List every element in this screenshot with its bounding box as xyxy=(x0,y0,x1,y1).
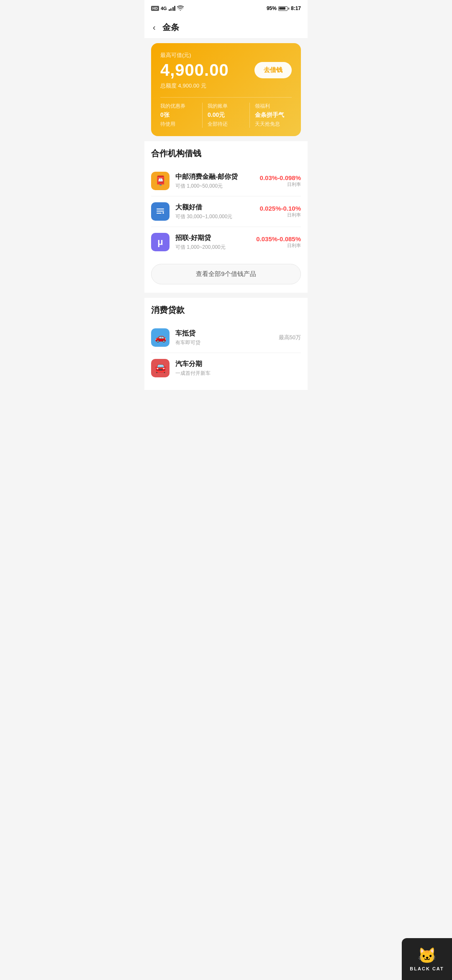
card-subtitle: 最高可借(元) xyxy=(160,52,292,59)
consumer-icon-1: 🚘 xyxy=(151,359,170,377)
consumer-item-1[interactable]: 🚘 汽车分期 一成首付开新车 xyxy=(151,353,301,383)
svg-rect-1 xyxy=(157,211,164,211)
loan-info-0: 中邮消费金融-邮你贷 可借 1,000~50,000元 xyxy=(175,173,260,190)
coupon-value: 0张 xyxy=(160,111,197,119)
consumer-name-0: 车抵贷 xyxy=(175,329,279,338)
hd-badge: HD xyxy=(151,6,159,11)
coupon-sub: 待使用 xyxy=(160,121,197,128)
loan-icon-2: μ xyxy=(151,233,170,251)
bill-value: 0.00元 xyxy=(208,111,244,119)
loan-rate-value-1: 0.025%-0.10% xyxy=(260,205,301,212)
loan-rate-2: 0.035%-0.085% 日利率 xyxy=(256,235,301,249)
loan-rate-label-1: 日利率 xyxy=(260,212,301,218)
loan-rate-value-0: 0.03%-0.098% xyxy=(260,174,301,181)
card-menu-coupon[interactable]: 我的优惠券 0张 待使用 xyxy=(160,103,203,128)
status-right: 95% 8:17 xyxy=(267,5,301,11)
battery-icon xyxy=(278,6,289,11)
loan-item-2[interactable]: μ 招联-好期贷 可借 1,000~200,000元 0.035%-0.085%… xyxy=(151,227,301,257)
battery-percent: 95% xyxy=(267,5,277,11)
consumer-desc-0: 有车即可贷 xyxy=(175,339,279,346)
loan-desc-1: 可借 30,000~1,000,000元 xyxy=(175,213,260,220)
consumer-title: 消费贷款 xyxy=(151,304,301,316)
cooperation-section: 合作机构借钱 📮 中邮消费金融-邮你贷 可借 1,000~50,000元 0.0… xyxy=(144,141,308,293)
card-divider xyxy=(160,97,292,98)
consumer-desc-1: 一成首付开新车 xyxy=(175,370,301,377)
wifi-icon xyxy=(177,5,184,11)
loan-rate-label-2: 日利率 xyxy=(256,242,301,249)
loan-item-1[interactable]: 大额好借 可借 30,000~1,000,000元 0.025%-0.10% 日… xyxy=(151,196,301,227)
card-menu-welfare[interactable]: 领福利 金条拼手气 天天抢免息 xyxy=(255,103,292,128)
loan-icon-1 xyxy=(151,202,170,221)
cooperation-title: 合作机构借钱 xyxy=(151,148,301,159)
loan-info-1: 大额好借 可借 30,000~1,000,000元 xyxy=(175,203,260,220)
loan-rate-value-2: 0.035%-0.085% xyxy=(256,235,301,242)
svg-rect-2 xyxy=(157,213,162,214)
signal-text: 4G xyxy=(161,6,167,11)
bill-label: 我的账单 xyxy=(208,103,244,110)
loan-rate-0: 0.03%-0.098% 日利率 xyxy=(260,174,301,188)
svg-rect-5 xyxy=(162,213,164,214)
loan-info-2: 招联-好期贷 可借 1,000~200,000元 xyxy=(175,234,256,251)
welfare-sub: 天天抢免息 xyxy=(255,121,292,128)
loan-desc-2: 可借 1,000~200,000元 xyxy=(175,244,256,251)
bill-sub: 全部待还 xyxy=(208,121,244,128)
consumer-section: 消费贷款 🚗 车抵贷 有车即可贷 最高50万 🚘 汽车分期 一成首付开新车 xyxy=(144,298,308,390)
consumer-item-0[interactable]: 🚗 车抵贷 有车即可贷 最高50万 xyxy=(151,322,301,353)
consumer-name-1: 汽车分期 xyxy=(175,360,301,369)
welfare-value: 金条拼手气 xyxy=(255,111,292,119)
loan-desc-0: 可借 1,000~50,000元 xyxy=(175,183,260,190)
loan-name-2: 招联-好期贷 xyxy=(175,234,256,242)
consumer-info-1: 汽车分期 一成首付开新车 xyxy=(175,360,301,377)
borrow-button[interactable]: 去借钱 xyxy=(254,62,292,78)
card-menu-bill[interactable]: 我的账单 0.00元 全部待还 xyxy=(208,103,250,128)
card-total: 总额度 4,900.00 元 xyxy=(160,82,292,90)
card-amount: 4,900.00 xyxy=(160,61,229,80)
loan-rate-1: 0.025%-0.10% 日利率 xyxy=(260,205,301,218)
welfare-label: 领福利 xyxy=(255,103,292,110)
card-menu: 我的优惠券 0张 待使用 我的账单 0.00元 全部待还 领福利 金条拼手气 天… xyxy=(160,103,292,128)
loan-name-1: 大额好借 xyxy=(175,203,260,212)
loan-name-0: 中邮消费金融-邮你贷 xyxy=(175,173,260,181)
card-amount-row: 4,900.00 去借钱 xyxy=(160,61,292,80)
loan-item-0[interactable]: 📮 中邮消费金融-邮你贷 可借 1,000~50,000元 0.03%-0.09… xyxy=(151,166,301,196)
time-display: 8:17 xyxy=(291,5,301,11)
consumer-max-0: 最高50万 xyxy=(279,334,301,341)
yellow-card: 最高可借(元) 4,900.00 去借钱 总额度 4,900.00 元 我的优惠… xyxy=(151,43,301,136)
status-bar: HD 4G 95% 8:17 xyxy=(144,0,308,17)
main-content: 最高可借(元) 4,900.00 去借钱 总额度 4,900.00 元 我的优惠… xyxy=(144,43,308,440)
signal-icon xyxy=(169,6,176,11)
loan-icon-0: 📮 xyxy=(151,172,170,190)
page-title: 金条 xyxy=(162,22,179,33)
header: ‹ 金条 xyxy=(144,17,308,38)
back-button[interactable]: ‹ xyxy=(153,23,156,32)
svg-rect-0 xyxy=(157,209,164,209)
loan-rate-label-0: 日利率 xyxy=(260,181,301,188)
status-left: HD 4G xyxy=(151,5,184,11)
consumer-icon-0: 🚗 xyxy=(151,328,170,347)
view-all-button[interactable]: 查看全部9个借钱产品 xyxy=(151,264,301,284)
consumer-info-0: 车抵贷 有车即可贷 xyxy=(175,329,279,346)
coupon-label: 我的优惠券 xyxy=(160,103,197,110)
